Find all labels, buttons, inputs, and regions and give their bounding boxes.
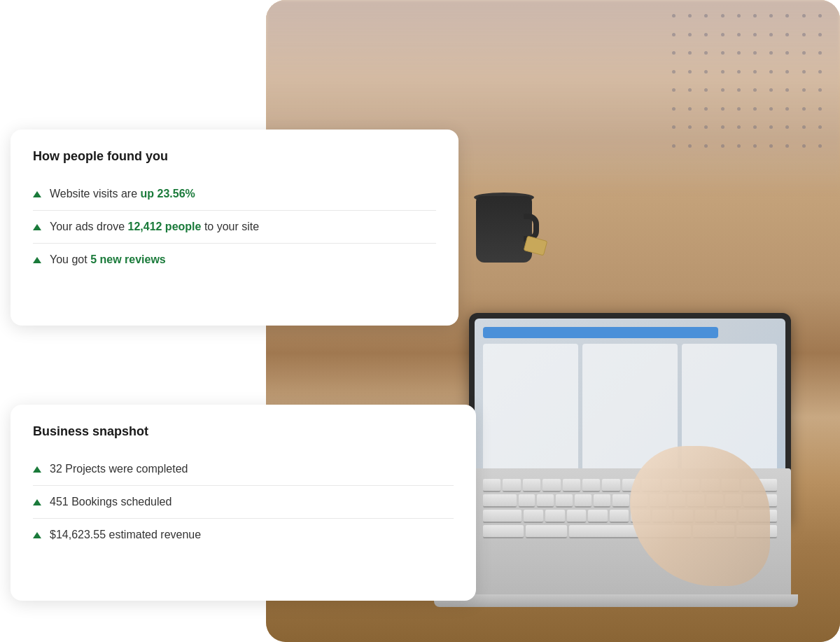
arrow-up-icon-2 <box>33 224 41 230</box>
card2-item-3-text: $14,623.55 estimated revenue <box>50 529 201 541</box>
card1-item-1-text: Website visits are up 23.56% <box>50 188 195 200</box>
card1-item-2: Your ads drove 12,412 people to your sit… <box>33 211 436 244</box>
card1-item-2-text: Your ads drove 12,412 people to your sit… <box>50 221 259 233</box>
how-people-found-you-card: How people found you Website visits are … <box>10 130 458 326</box>
card2-item-1-text: 32 Projects were completed <box>50 463 188 475</box>
card1-title: How people found you <box>33 149 436 164</box>
card1-item-3-text: You got 5 new reviews <box>50 253 166 266</box>
card1-item-2-highlight: 12,412 people <box>127 221 201 232</box>
card2-item-2: 451 Bookings scheduled <box>33 486 454 519</box>
arrow-up-icon-6 <box>33 532 41 538</box>
arrow-up-icon-1 <box>33 191 41 197</box>
laptop-base <box>434 594 798 607</box>
arrow-up-icon-4 <box>33 466 41 473</box>
business-snapshot-card: Business snapshot 32 Projects were compl… <box>10 405 476 601</box>
arrow-up-icon-5 <box>33 499 41 505</box>
card1-item-3-highlight: 5 new reviews <box>90 253 166 265</box>
card2-title: Business snapshot <box>33 424 454 439</box>
arrow-up-icon-3 <box>33 257 41 263</box>
scene: (function() { const dp = document.queryS… <box>0 0 840 642</box>
card2-item-1: 32 Projects were completed <box>33 453 454 486</box>
dot-pattern: (function() { const dp = document.queryS… <box>672 14 826 154</box>
card2-item-2-text: 451 Bookings scheduled <box>50 496 172 508</box>
card1-item-1-highlight: up 23.56% <box>141 188 195 200</box>
card1-item-1: Website visits are up 23.56% <box>33 178 436 211</box>
card1-item-3: You got 5 new reviews <box>33 244 436 276</box>
card2-item-3: $14,623.55 estimated revenue <box>33 519 454 551</box>
coffee-mug <box>476 196 539 273</box>
